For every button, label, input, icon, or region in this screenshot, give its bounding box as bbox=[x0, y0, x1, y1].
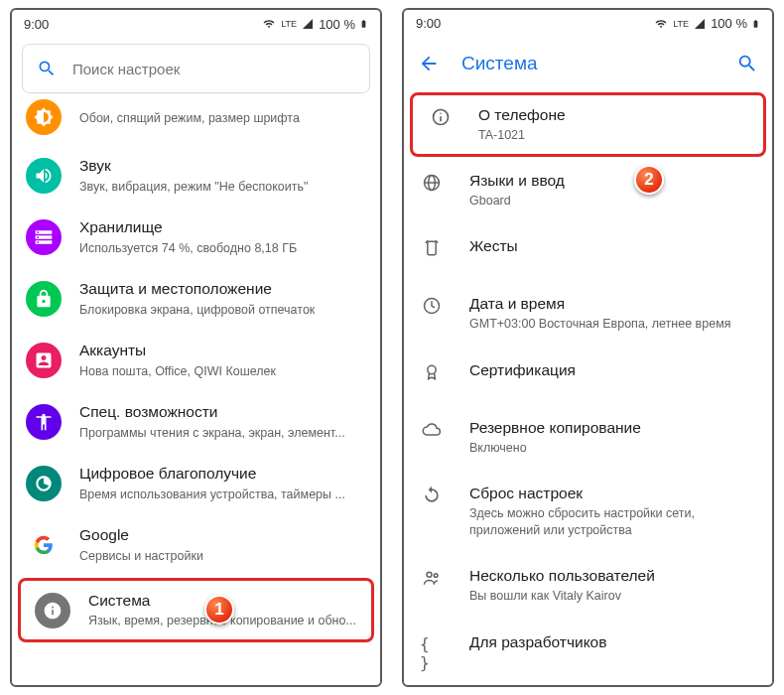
system-item-certification[interactable]: Сертификация bbox=[404, 347, 772, 404]
row-sub: Здесь можно сбросить настройки сети, при… bbox=[469, 505, 756, 539]
settings-item-accounts[interactable]: АккаунтыНова пошта, Office, QIWI Кошелек bbox=[12, 330, 380, 391]
row-title: Для разработчиков bbox=[469, 632, 756, 652]
svg-point-10 bbox=[427, 572, 432, 577]
signal-icon bbox=[301, 18, 315, 30]
app-bar-title: Система bbox=[461, 53, 715, 74]
battery-icon bbox=[359, 17, 368, 31]
settings-item-system[interactable]: СистемаЯзык, время, резервное копировани… bbox=[21, 581, 369, 639]
storage-icon bbox=[34, 227, 54, 247]
settings-item-wellbeing[interactable]: Цифровое благополучиеВремя использования… bbox=[12, 453, 380, 514]
status-right: LTE 100 % bbox=[653, 16, 760, 31]
row-title: Звук bbox=[79, 156, 368, 176]
clock-icon bbox=[422, 296, 442, 316]
display-icon bbox=[34, 107, 54, 127]
highlight-about-phone: О телефонеTA-1021 bbox=[410, 92, 766, 157]
status-net: LTE bbox=[673, 19, 689, 29]
users-icon bbox=[422, 568, 442, 588]
row-sub: Нова пошта, Office, QIWI Кошелек bbox=[79, 363, 368, 380]
row-title: Несколько пользователей bbox=[469, 566, 756, 586]
row-sub: Включено bbox=[469, 440, 756, 457]
row-sub: Время использования устройства, таймеры … bbox=[79, 486, 368, 503]
row-sub: Используется 74 %, свободно 8,18 ГБ bbox=[79, 240, 368, 257]
globe-icon bbox=[422, 173, 442, 193]
status-bar: 9:00 LTE 100 % bbox=[12, 10, 380, 38]
sound-icon bbox=[34, 166, 54, 186]
row-sub: Программы чтения с экрана, экран, элемен… bbox=[79, 425, 368, 442]
search-icon bbox=[37, 59, 57, 78]
status-time: 9:00 bbox=[416, 16, 441, 31]
reset-icon bbox=[422, 486, 442, 505]
accounts-icon bbox=[34, 350, 54, 370]
wifi-icon bbox=[653, 18, 669, 30]
row-sub: Блокировка экрана, цифровой отпечаток bbox=[79, 302, 368, 319]
gestures-icon bbox=[422, 238, 442, 258]
row-title: Google bbox=[79, 525, 368, 545]
system-item-reset[interactable]: Сброс настроекЗдесь можно сбросить настр… bbox=[404, 470, 772, 552]
system-item-backup[interactable]: Резервное копированиеВключено bbox=[404, 404, 772, 470]
status-right: LTE 100 % bbox=[261, 17, 368, 32]
svg-point-9 bbox=[428, 365, 436, 373]
settings-item-google[interactable]: GoogleСервисы и настройки bbox=[12, 514, 380, 576]
settings-item-sound[interactable]: ЗвукЗвук, вибрация, режим "Не беспокоить… bbox=[12, 145, 380, 207]
signal-icon bbox=[693, 18, 707, 30]
row-sub: Gboard bbox=[469, 193, 756, 209]
row-sub: Вы вошли как Vitaly Kairov bbox=[469, 588, 756, 605]
svg-point-11 bbox=[434, 574, 438, 578]
settings-item-accessibility[interactable]: Спец. возможностиПрограммы чтения с экра… bbox=[12, 391, 380, 453]
row-sub: Обои, спящий режим, размер шрифта bbox=[79, 110, 368, 127]
row-title: Жесты bbox=[469, 236, 756, 256]
row-title: Цифровое благополучие bbox=[79, 464, 368, 484]
google-icon bbox=[34, 535, 54, 555]
status-bar: 9:00 LTE 100 % bbox=[404, 10, 772, 38]
info-outline-icon bbox=[431, 107, 451, 127]
row-title: Языки и ввод bbox=[469, 171, 756, 191]
row-sub: TA-1021 bbox=[478, 127, 747, 144]
award-icon bbox=[422, 362, 442, 382]
system-item-developer[interactable]: { } Для разработчиков bbox=[404, 619, 772, 685]
status-battery: 100 % bbox=[319, 17, 355, 32]
system-item-users[interactable]: Несколько пользователейВы вошли как Vita… bbox=[404, 552, 772, 618]
phone-left-settings: 9:00 LTE 100 % Поиск настроек Обои, спящ… bbox=[10, 8, 382, 687]
svg-point-3 bbox=[440, 112, 442, 114]
braces-icon: { } bbox=[420, 634, 444, 672]
search-icon[interactable] bbox=[736, 53, 758, 74]
wellbeing-icon bbox=[34, 474, 54, 493]
accessibility-icon bbox=[34, 412, 54, 432]
lock-icon bbox=[34, 289, 54, 309]
svg-rect-7 bbox=[428, 242, 436, 255]
search-input[interactable]: Поиск настроек bbox=[22, 44, 370, 93]
row-title: Резервное копирование bbox=[469, 418, 756, 438]
row-title: Спец. возможности bbox=[79, 402, 368, 422]
row-title: Защита и местоположение bbox=[79, 279, 368, 299]
badge-1: 1 bbox=[204, 595, 234, 625]
status-net: LTE bbox=[281, 19, 297, 29]
row-title: Хранилище bbox=[79, 217, 368, 237]
row-sub: Сервисы и настройки bbox=[79, 548, 368, 565]
wifi-icon bbox=[261, 18, 277, 30]
status-battery: 100 % bbox=[711, 16, 747, 31]
search-placeholder: Поиск настроек bbox=[72, 61, 180, 77]
row-title: О телефоне bbox=[478, 105, 747, 125]
back-icon[interactable] bbox=[418, 53, 440, 74]
highlight-system: СистемаЯзык, время, резервное копировани… bbox=[18, 578, 374, 642]
settings-list: Обои, спящий режим, размер шрифта ЗвукЗв… bbox=[12, 97, 380, 685]
system-item-about[interactable]: О телефонеTA-1021 bbox=[413, 95, 763, 154]
row-title: Сброс настроек bbox=[469, 484, 756, 503]
system-item-languages[interactable]: Языки и вводGboard bbox=[404, 157, 772, 222]
settings-item-security[interactable]: Защита и местоположениеБлокировка экрана… bbox=[12, 268, 380, 330]
settings-item-display[interactable]: Обои, спящий режим, размер шрифта bbox=[12, 97, 380, 145]
row-title: Сертификация bbox=[469, 360, 756, 380]
badge-2: 2 bbox=[634, 165, 664, 195]
row-title: Дата и время bbox=[469, 294, 756, 314]
battery-icon bbox=[751, 17, 760, 31]
row-sub: Звук, вибрация, режим "Не беспокоить" bbox=[79, 179, 368, 196]
settings-item-storage[interactable]: ХранилищеИспользуется 74 %, свободно 8,1… bbox=[12, 207, 380, 268]
system-item-gestures[interactable]: Жесты bbox=[404, 222, 772, 280]
row-title: Аккаунты bbox=[79, 341, 368, 360]
system-item-datetime[interactable]: Дата и времяGMT+03:00 Восточная Европа, … bbox=[404, 280, 772, 346]
row-sub: GMT+03:00 Восточная Европа, летнее время bbox=[469, 316, 756, 333]
info-icon bbox=[43, 601, 63, 621]
status-time: 9:00 bbox=[24, 17, 49, 32]
app-bar: Система bbox=[404, 38, 772, 90]
cloud-icon bbox=[422, 420, 442, 440]
